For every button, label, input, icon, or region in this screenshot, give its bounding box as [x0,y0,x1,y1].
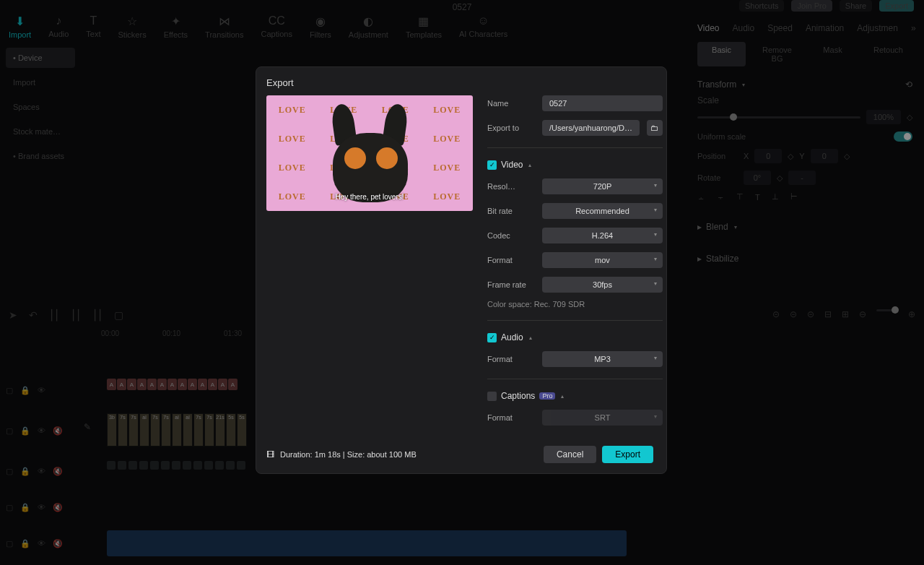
codec-select[interactable]: H.264▾ [542,228,663,243]
framerate-select[interactable]: 30fps▾ [542,277,663,293]
export-button[interactable]: Export [602,446,653,463]
audio-checkbox[interactable]: ✓ [487,333,497,342]
colorspace-info: Color space: Rec. 709 SDR [487,300,663,309]
export-preview: LOVELOVELOVELOVELOVELOVELOVELOVELOVELOVE… [266,95,473,211]
film-icon: 🎞 [266,450,274,459]
exportto-label: Export to [487,124,535,132]
dialog-title: Export [266,77,653,88]
resolution-select[interactable]: 720P▾ [542,178,663,194]
vformat-select[interactable]: mov▾ [542,252,663,268]
export-path: /Users/yanhuarong/D… [542,120,640,136]
captions-section: Captions [501,391,535,401]
captions-format-select: SRT▾ [542,410,663,426]
choose-folder-button[interactable]: 🗀 [647,120,663,136]
audio-format-select[interactable]: MP3▾ [542,351,663,367]
audio-section: Audio [501,332,523,342]
chevron-down-icon: ▾ [654,182,657,189]
name-label: Name [487,99,535,108]
preview-caption: Hey there, pet lovers! [266,193,473,201]
export-name-input[interactable]: 0527 [542,95,663,111]
captions-checkbox[interactable]: ✓ [487,392,497,401]
bitrate-select[interactable]: Recommended▾ [542,203,663,219]
export-dialog: Export LOVELOVELOVELOVELOVELOVELOVELOVEL… [256,66,667,474]
video-section: Video [501,160,523,170]
pro-badge: Pro [539,392,555,400]
video-checkbox[interactable]: ✓ [487,160,497,170]
cancel-button[interactable]: Cancel [544,446,596,463]
export-footinfo: Duration: 1m 18s | Size: about 100 MB [280,450,417,459]
